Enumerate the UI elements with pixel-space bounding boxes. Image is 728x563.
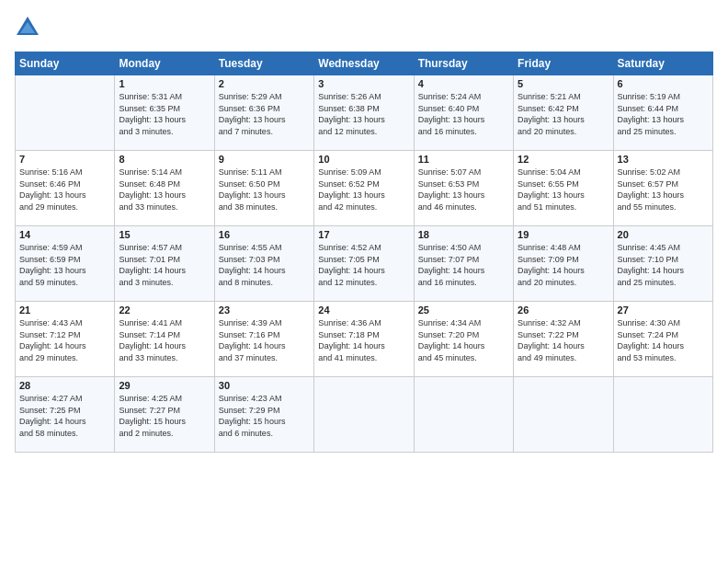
cell-info: Sunrise: 4:48 AM Sunset: 7:09 PM Dayligh… — [518, 242, 609, 288]
day-number: 7 — [19, 154, 110, 165]
calendar-week-row: 14Sunrise: 4:59 AM Sunset: 6:59 PM Dayli… — [16, 226, 713, 302]
day-number: 5 — [518, 78, 609, 89]
cell-info: Sunrise: 5:26 AM Sunset: 6:38 PM Dayligh… — [318, 91, 409, 137]
calendar-cell: 9Sunrise: 5:11 AM Sunset: 6:50 PM Daylig… — [214, 151, 313, 226]
calendar-cell: 10Sunrise: 5:09 AM Sunset: 6:52 PM Dayli… — [314, 151, 414, 226]
day-number: 24 — [318, 304, 409, 316]
calendar-cell: 6Sunrise: 5:19 AM Sunset: 6:44 PM Daylig… — [613, 75, 712, 151]
calendar-cell: 14Sunrise: 4:59 AM Sunset: 6:59 PM Dayli… — [16, 226, 115, 302]
cell-info: Sunrise: 5:29 AM Sunset: 6:36 PM Dayligh… — [219, 91, 310, 137]
calendar-cell: 2Sunrise: 5:29 AM Sunset: 6:36 PM Daylig… — [214, 75, 313, 151]
calendar-cell: 15Sunrise: 4:57 AM Sunset: 7:01 PM Dayli… — [115, 226, 214, 302]
cell-info: Sunrise: 5:09 AM Sunset: 6:52 PM Dayligh… — [318, 167, 409, 213]
cell-info: Sunrise: 5:07 AM Sunset: 6:53 PM Dayligh… — [418, 167, 509, 213]
cell-info: Sunrise: 4:52 AM Sunset: 7:05 PM Dayligh… — [318, 242, 409, 288]
cell-info: Sunrise: 4:32 AM Sunset: 7:22 PM Dayligh… — [518, 317, 609, 363]
day-number: 6 — [618, 78, 709, 89]
day-number: 14 — [19, 229, 110, 240]
col-header-thursday: Thursday — [414, 52, 513, 75]
calendar-cell — [16, 75, 115, 151]
calendar-week-row: 7Sunrise: 5:16 AM Sunset: 6:46 PM Daylig… — [16, 151, 713, 226]
cell-info: Sunrise: 4:57 AM Sunset: 7:01 PM Dayligh… — [119, 242, 210, 288]
calendar-cell: 30Sunrise: 4:23 AM Sunset: 7:29 PM Dayli… — [214, 377, 313, 453]
calendar-cell: 13Sunrise: 5:02 AM Sunset: 6:57 PM Dayli… — [613, 151, 712, 226]
day-number: 20 — [618, 229, 709, 240]
calendar-week-row: 1Sunrise: 5:31 AM Sunset: 6:35 PM Daylig… — [16, 75, 713, 151]
cell-info: Sunrise: 4:43 AM Sunset: 7:12 PM Dayligh… — [19, 317, 110, 363]
logo — [15, 15, 44, 40]
cell-info: Sunrise: 4:45 AM Sunset: 7:10 PM Dayligh… — [618, 242, 709, 288]
calendar-cell — [613, 377, 712, 453]
calendar-cell: 19Sunrise: 4:48 AM Sunset: 7:09 PM Dayli… — [514, 226, 613, 302]
cell-info: Sunrise: 4:36 AM Sunset: 7:18 PM Dayligh… — [318, 317, 409, 363]
calendar-cell: 27Sunrise: 4:30 AM Sunset: 7:24 PM Dayli… — [613, 302, 712, 377]
calendar-week-row: 28Sunrise: 4:27 AM Sunset: 7:25 PM Dayli… — [16, 377, 713, 453]
cell-info: Sunrise: 4:30 AM Sunset: 7:24 PM Dayligh… — [618, 317, 709, 363]
calendar-cell: 29Sunrise: 4:25 AM Sunset: 7:27 PM Dayli… — [115, 377, 214, 453]
cell-info: Sunrise: 4:25 AM Sunset: 7:27 PM Dayligh… — [119, 393, 210, 439]
day-number: 29 — [119, 380, 210, 391]
calendar-cell: 18Sunrise: 4:50 AM Sunset: 7:07 PM Dayli… — [414, 226, 513, 302]
day-number: 10 — [318, 154, 409, 165]
cell-info: Sunrise: 5:31 AM Sunset: 6:35 PM Dayligh… — [119, 91, 210, 137]
cell-info: Sunrise: 4:34 AM Sunset: 7:20 PM Dayligh… — [418, 317, 509, 363]
cell-info: Sunrise: 5:04 AM Sunset: 6:55 PM Dayligh… — [518, 167, 609, 213]
col-header-tuesday: Tuesday — [214, 52, 313, 75]
cell-info: Sunrise: 4:55 AM Sunset: 7:03 PM Dayligh… — [219, 242, 310, 288]
calendar-cell: 7Sunrise: 5:16 AM Sunset: 6:46 PM Daylig… — [16, 151, 115, 226]
page-container: SundayMondayTuesdayWednesdayThursdayFrid… — [0, 0, 728, 462]
cell-info: Sunrise: 4:41 AM Sunset: 7:14 PM Dayligh… — [119, 317, 210, 363]
cell-info: Sunrise: 4:27 AM Sunset: 7:25 PM Dayligh… — [19, 393, 110, 439]
cell-info: Sunrise: 5:11 AM Sunset: 6:50 PM Dayligh… — [219, 167, 310, 213]
calendar-cell: 4Sunrise: 5:24 AM Sunset: 6:40 PM Daylig… — [414, 75, 513, 151]
day-number: 1 — [119, 78, 210, 89]
cell-info: Sunrise: 5:24 AM Sunset: 6:40 PM Dayligh… — [418, 91, 509, 137]
day-number: 17 — [318, 229, 409, 240]
day-number: 4 — [418, 78, 509, 89]
calendar-cell: 26Sunrise: 4:32 AM Sunset: 7:22 PM Dayli… — [514, 302, 613, 377]
col-header-saturday: Saturday — [613, 52, 712, 75]
day-number: 15 — [119, 229, 210, 240]
header — [15, 15, 713, 40]
calendar-week-row: 21Sunrise: 4:43 AM Sunset: 7:12 PM Dayli… — [16, 302, 713, 377]
day-number: 21 — [19, 304, 110, 316]
day-number: 9 — [219, 154, 310, 165]
day-number: 16 — [219, 229, 310, 240]
calendar-cell: 5Sunrise: 5:21 AM Sunset: 6:42 PM Daylig… — [514, 75, 613, 151]
day-number: 23 — [219, 304, 310, 316]
calendar-cell: 21Sunrise: 4:43 AM Sunset: 7:12 PM Dayli… — [16, 302, 115, 377]
calendar-cell: 1Sunrise: 5:31 AM Sunset: 6:35 PM Daylig… — [115, 75, 214, 151]
calendar-cell: 17Sunrise: 4:52 AM Sunset: 7:05 PM Dayli… — [314, 226, 414, 302]
calendar-header-row: SundayMondayTuesdayWednesdayThursdayFrid… — [16, 52, 713, 75]
calendar-cell: 3Sunrise: 5:26 AM Sunset: 6:38 PM Daylig… — [314, 75, 414, 151]
col-header-friday: Friday — [514, 52, 613, 75]
calendar-cell: 28Sunrise: 4:27 AM Sunset: 7:25 PM Dayli… — [16, 377, 115, 453]
cell-info: Sunrise: 5:19 AM Sunset: 6:44 PM Dayligh… — [618, 91, 709, 137]
day-number: 2 — [219, 78, 310, 89]
calendar-cell: 11Sunrise: 5:07 AM Sunset: 6:53 PM Dayli… — [414, 151, 513, 226]
calendar-cell: 23Sunrise: 4:39 AM Sunset: 7:16 PM Dayli… — [214, 302, 313, 377]
day-number: 3 — [318, 78, 409, 89]
calendar-table: SundayMondayTuesdayWednesdayThursdayFrid… — [15, 52, 713, 453]
calendar-cell: 24Sunrise: 4:36 AM Sunset: 7:18 PM Dayli… — [314, 302, 414, 377]
cell-info: Sunrise: 4:59 AM Sunset: 6:59 PM Dayligh… — [19, 242, 110, 288]
calendar-cell: 12Sunrise: 5:04 AM Sunset: 6:55 PM Dayli… — [514, 151, 613, 226]
day-number: 18 — [418, 229, 509, 240]
calendar-cell: 8Sunrise: 5:14 AM Sunset: 6:48 PM Daylig… — [115, 151, 214, 226]
day-number: 19 — [518, 229, 609, 240]
cell-info: Sunrise: 4:23 AM Sunset: 7:29 PM Dayligh… — [219, 393, 310, 439]
cell-info: Sunrise: 5:02 AM Sunset: 6:57 PM Dayligh… — [618, 167, 709, 213]
col-header-wednesday: Wednesday — [314, 52, 414, 75]
calendar-cell: 22Sunrise: 4:41 AM Sunset: 7:14 PM Dayli… — [115, 302, 214, 377]
day-number: 12 — [518, 154, 609, 165]
day-number: 13 — [618, 154, 709, 165]
cell-info: Sunrise: 4:50 AM Sunset: 7:07 PM Dayligh… — [418, 242, 509, 288]
calendar-cell — [414, 377, 513, 453]
logo-icon — [15, 15, 40, 40]
calendar-cell: 16Sunrise: 4:55 AM Sunset: 7:03 PM Dayli… — [214, 226, 313, 302]
calendar-cell — [514, 377, 613, 453]
cell-info: Sunrise: 4:39 AM Sunset: 7:16 PM Dayligh… — [219, 317, 310, 363]
day-number: 28 — [19, 380, 110, 391]
cell-info: Sunrise: 5:21 AM Sunset: 6:42 PM Dayligh… — [518, 91, 609, 137]
cell-info: Sunrise: 5:16 AM Sunset: 6:46 PM Dayligh… — [19, 167, 110, 213]
